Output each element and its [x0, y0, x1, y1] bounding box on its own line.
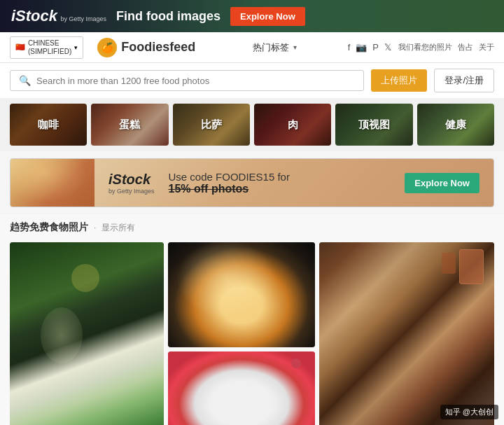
site-name[interactable]: Foodiesfeed [121, 40, 195, 55]
ad-promo-text: Use code FOODIES15 for [169, 171, 391, 183]
photo-meat[interactable]: 免费下载 [319, 242, 494, 425]
ad-banner: iStock by Getty Images Use code FOODIES1… [10, 158, 494, 207]
photo-grid: 免费下载 [0, 238, 504, 425]
ad-brand-sub: by Getty Images [108, 188, 155, 195]
nav-links: 我们看您的照片 告占 关于 [398, 42, 494, 53]
login-button[interactable]: 登录/注册 [434, 69, 494, 92]
chevron-down-icon: ▾ [74, 44, 78, 51]
category-cake[interactable]: 蛋糕 [91, 104, 168, 146]
search-bar-area: 🔍 上传照片 登录/注册 [0, 63, 504, 98]
social-icons: f 📷 P 𝕏 [348, 42, 391, 53]
site-logo-icon: 🍊 [97, 38, 117, 57]
ad-text: Use code FOODIES15 for 15% off photos [169, 171, 391, 195]
nav-center: 热门标签 ▾ [209, 41, 340, 54]
watermark: 知乎 @大创创 [440, 405, 498, 419]
upload-button[interactable]: 上传照片 [371, 69, 427, 92]
nav-ads-link[interactable]: 告占 [458, 42, 473, 53]
photo-drinks[interactable] [10, 242, 164, 425]
hot-tags-arrow: ▾ [293, 43, 297, 51]
photo-eggs[interactable] [168, 242, 315, 347]
hot-tags-label[interactable]: 热门标签 [253, 41, 289, 54]
photo-column-left [10, 242, 164, 425]
category-label: 比萨 [173, 104, 250, 146]
facebook-icon[interactable]: f [348, 42, 351, 53]
explore-now-button[interactable]: Explore Now [230, 7, 305, 26]
photo-column-right: 免费下载 [319, 242, 494, 425]
search-input-wrap: 🔍 [10, 70, 364, 91]
lang-text: CHINESE(SIMPLIFIED) [28, 39, 71, 56]
istock-logo: iStock by Getty Images [11, 7, 106, 25]
search-icon: 🔍 [19, 75, 31, 86]
photo-column-mid [168, 242, 315, 425]
show-all-link[interactable]: 显示所有 [102, 222, 135, 234]
ad-brand-name: iStock [108, 172, 155, 188]
flag-icon: 🇨🇳 [15, 43, 25, 52]
category-healthy[interactable]: 健康 [417, 104, 494, 146]
category-topview[interactable]: 顶视图 [335, 104, 412, 146]
banner-tagline: Find food images [116, 9, 220, 24]
categories: 咖啡 蛋糕 比萨 肉 顶视图 健康 [0, 98, 504, 151]
trending-header: 趋势免费食物照片 · 显示所有 [0, 214, 504, 238]
twitter-icon[interactable]: 𝕏 [384, 42, 391, 53]
pinterest-icon[interactable]: P [372, 42, 379, 53]
ad-explore-button[interactable]: Explore Now [405, 173, 479, 193]
top-banner: iStock by Getty Images Find food images … [0, 0, 504, 32]
language-selector[interactable]: 🇨🇳 CHINESE(SIMPLIFIED) ▾ [10, 36, 83, 59]
nav-photos-link[interactable]: 我们看您的照片 [398, 42, 452, 53]
category-meat[interactable]: 肉 [254, 104, 331, 146]
category-label: 咖啡 [10, 104, 87, 146]
trending-title: 趋势免费食物照片 [10, 221, 88, 234]
ad-discount-text: 15% off photos [169, 183, 391, 195]
category-label: 蛋糕 [91, 104, 168, 146]
ad-istock-logo: iStock by Getty Images [108, 172, 155, 195]
nav-bar: 🇨🇳 CHINESE(SIMPLIFIED) ▾ 🍊 Foodiesfeed 热… [0, 32, 504, 63]
category-label: 顶视图 [335, 104, 412, 146]
logo-area: 🍊 Foodiesfeed [97, 38, 195, 57]
search-input[interactable] [36, 76, 355, 86]
category-label: 健康 [417, 104, 494, 146]
category-coffee[interactable]: 咖啡 [10, 104, 87, 146]
nav-about-link[interactable]: 关于 [479, 42, 494, 53]
category-label: 肉 [254, 104, 331, 146]
photo-berries[interactable] [168, 351, 315, 425]
category-pizza[interactable]: 比萨 [173, 104, 250, 146]
instagram-icon[interactable]: 📷 [356, 42, 367, 53]
